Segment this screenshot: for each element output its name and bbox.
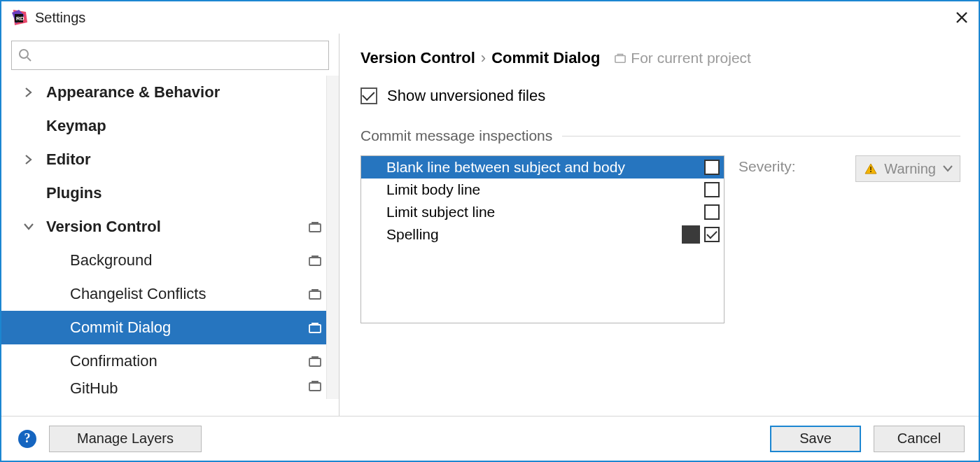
sidebar-item-editor[interactable]: Editor	[1, 143, 339, 176]
sidebar-item-version-control[interactable]: Version Control	[1, 210, 339, 244]
sidebar-item-changelist-conflicts[interactable]: Changelist Conflicts	[1, 277, 339, 311]
search-icon	[18, 48, 33, 63]
settings-window: RD Settings Appearance & Behavior	[0, 0, 980, 462]
save-button[interactable]: Save	[770, 426, 861, 452]
inspections-list[interactable]: Blank line between subject and body Limi…	[360, 155, 724, 323]
sidebar-item-commit-dialog[interactable]: Commit Dialog	[1, 311, 339, 344]
svg-rect-11	[309, 383, 321, 391]
svg-rect-8	[309, 291, 321, 299]
project-scope-icon	[308, 379, 322, 392]
sidebar-item-keymap[interactable]: Keymap	[1, 109, 339, 143]
project-scope-icon	[614, 52, 626, 64]
breadcrumb-category: Version Control	[360, 49, 475, 67]
breadcrumb-separator: ›	[481, 49, 486, 67]
sidebar-item-plugins[interactable]: Plugins	[1, 176, 339, 210]
sidebar: Appearance & Behavior Keymap Editor Plug…	[1, 34, 340, 416]
cancel-button[interactable]: Cancel	[874, 426, 965, 452]
dialog-footer: ? Manage Layers Save Cancel	[1, 416, 979, 461]
breadcrumb-page: Commit Dialog	[491, 49, 600, 67]
help-button[interactable]: ?	[18, 430, 36, 448]
settings-tree: Appearance & Behavior Keymap Editor Plug…	[1, 76, 339, 416]
inspection-checkbox[interactable]	[704, 160, 720, 175]
chevron-right-icon	[21, 88, 36, 97]
svg-rect-9	[309, 325, 321, 332]
main-panel: Version Control › Commit Dialog For curr…	[340, 34, 979, 416]
svg-rect-10	[309, 358, 321, 366]
dialog-body: Appearance & Behavior Keymap Editor Plug…	[1, 34, 979, 416]
svg-line-5	[27, 57, 31, 61]
search-field[interactable]	[11, 41, 329, 70]
svg-rect-14	[870, 171, 872, 172]
inspection-checkbox[interactable]	[704, 182, 720, 197]
svg-point-4	[20, 50, 28, 58]
sidebar-item-background[interactable]: Background	[1, 244, 339, 277]
svg-text:RD: RD	[16, 15, 24, 22]
inspection-item-limit-subject[interactable]: Limit subject line	[361, 201, 724, 223]
svg-rect-7	[309, 258, 321, 265]
sidebar-item-appearance[interactable]: Appearance & Behavior	[1, 76, 339, 109]
divider	[562, 136, 960, 136]
chevron-down-icon	[21, 223, 36, 231]
close-icon[interactable]	[952, 8, 972, 27]
chevron-right-icon	[21, 155, 36, 164]
chevron-down-icon	[943, 165, 953, 172]
show-unversioned-checkbox[interactable]	[360, 88, 377, 104]
project-scope-icon	[308, 254, 322, 267]
show-unversioned-label: Show unversioned files	[387, 87, 545, 105]
severity-label: Severity:	[738, 155, 796, 175]
color-swatch	[682, 225, 700, 244]
app-logo-icon: RD	[10, 8, 29, 27]
project-scope-icon	[308, 220, 322, 233]
svg-rect-6	[309, 224, 321, 232]
window-title: Settings	[35, 10, 85, 26]
svg-rect-12	[615, 55, 625, 62]
sidebar-scrollbar[interactable]	[326, 76, 339, 399]
project-scope-icon	[308, 355, 322, 368]
inspection-item-limit-body[interactable]: Limit body line	[361, 178, 724, 201]
warning-icon	[864, 163, 877, 174]
project-scope-icon	[308, 288, 322, 300]
section-header: Commit message inspections	[360, 127, 960, 144]
option-show-unversioned[interactable]: Show unversioned files	[360, 87, 960, 105]
inspection-checkbox[interactable]	[704, 227, 720, 242]
severity-dropdown[interactable]: Warning	[855, 155, 960, 182]
sidebar-item-github[interactable]: GitHub	[1, 378, 339, 399]
scope-badge: For current project	[614, 50, 751, 66]
svg-rect-13	[870, 167, 872, 170]
breadcrumb: Version Control › Commit Dialog For curr…	[360, 49, 960, 67]
titlebar: RD Settings	[1, 1, 979, 34]
manage-layers-button[interactable]: Manage Layers	[49, 426, 202, 452]
inspection-checkbox[interactable]	[704, 204, 720, 220]
search-input[interactable]	[33, 48, 328, 63]
inspection-item-spelling[interactable]: Spelling	[361, 223, 724, 246]
inspection-item-blank-line[interactable]: Blank line between subject and body	[361, 156, 724, 178]
sidebar-item-confirmation[interactable]: Confirmation	[1, 344, 339, 378]
project-scope-icon	[308, 321, 322, 334]
